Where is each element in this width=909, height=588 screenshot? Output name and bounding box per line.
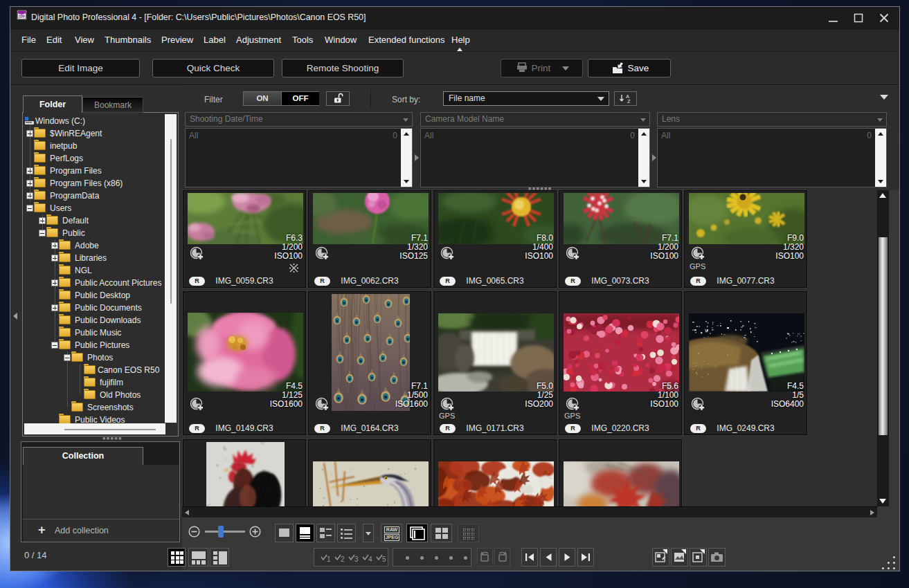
svg-text:5: 5 [382, 555, 386, 563]
svg-text:3: 3 [354, 555, 359, 563]
svg-text:DPP: DPP [19, 15, 26, 19]
svg-text:1: 1 [327, 555, 331, 563]
svg-text:4: 4 [368, 555, 372, 563]
svg-text:2: 2 [341, 555, 345, 563]
svg-text:Z: Z [627, 98, 631, 104]
